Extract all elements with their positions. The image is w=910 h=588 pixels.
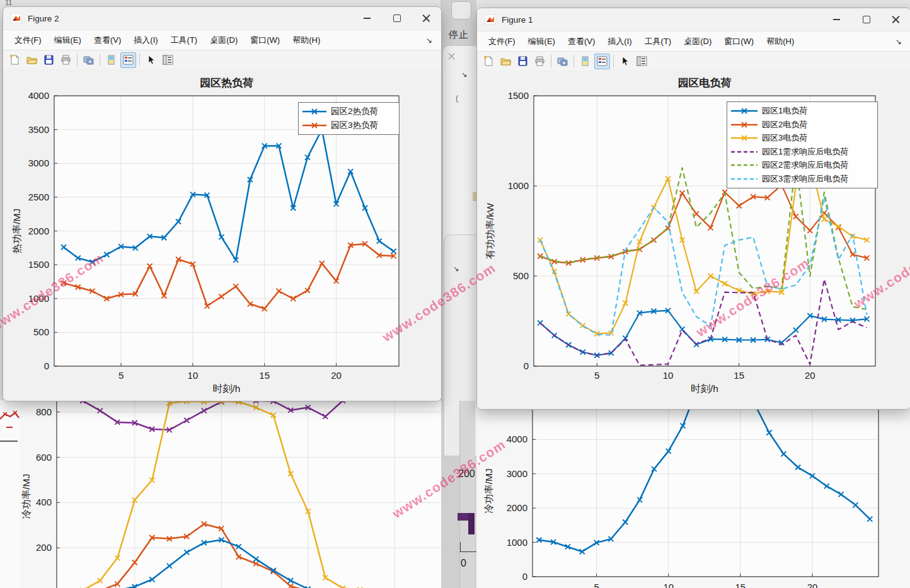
close-button[interactable]: [881, 8, 910, 31]
desktop: { "figure2": { "title": "Figure 2", "men…: [0, 0, 910, 588]
legend-label: 园区3电负荷: [762, 132, 807, 144]
menu-item-4[interactable]: 插入(I): [601, 33, 638, 50]
svg-text:5: 5: [594, 370, 599, 381]
link-plot-icon[interactable]: [555, 54, 570, 69]
legend-item: 园区2热负荷: [302, 106, 395, 117]
svg-text:4000: 4000: [28, 90, 49, 101]
menu-item-1[interactable]: 文件(F): [482, 33, 522, 50]
insert-legend-icon[interactable]: [594, 54, 610, 69]
maximize-button[interactable]: [851, 8, 881, 31]
svg-text:20: 20: [331, 370, 342, 381]
stop-button[interactable]: 停止: [449, 29, 469, 41]
heat-legend[interactable]: 园区2热负荷园区3热负荷: [298, 102, 400, 135]
menu-item-8[interactable]: 帮助(H): [760, 33, 800, 50]
figure2-titlebar[interactable]: Figure 2: [3, 7, 441, 30]
dock-arrow-icon[interactable]: ↘: [453, 265, 459, 273]
menu-item-7[interactable]: 窗口(W): [718, 33, 760, 50]
colorbar-icon[interactable]: [103, 52, 119, 68]
svg-text:1000: 1000: [508, 180, 529, 191]
toolbar-separator: [77, 54, 78, 66]
insert-legend-icon[interactable]: [120, 52, 136, 68]
new-file-icon[interactable]: [481, 54, 497, 69]
save-icon[interactable]: [41, 52, 57, 68]
link-plot-icon[interactable]: [81, 52, 96, 68]
window-title: Figure 2: [28, 14, 59, 23]
svg-text:500: 500: [513, 270, 529, 281]
property-editor-icon[interactable]: [160, 52, 176, 68]
legend-item: 园区3需求响应后电负荷: [731, 173, 873, 185]
svg-text:1500: 1500: [28, 259, 49, 270]
background-text-fragment: (: [456, 93, 458, 103]
minimize-button[interactable]: [822, 8, 851, 31]
svg-text:时刻/h: 时刻/h: [213, 383, 241, 394]
pointer-icon[interactable]: [617, 54, 633, 69]
dock-arrow-icon[interactable]: ↘: [426, 36, 436, 45]
svg-text:500: 500: [33, 326, 49, 337]
legend-line-sample: [302, 122, 326, 129]
print-icon[interactable]: [532, 54, 548, 69]
coolR-plot: 0100020003000400050005101520冷功率/MJ: [476, 400, 910, 588]
svg-text:3500: 3500: [28, 124, 49, 135]
colorbar-icon[interactable]: [577, 54, 593, 69]
menu-item-5[interactable]: 工具(T): [638, 33, 678, 50]
bar-segment: [468, 513, 475, 534]
toolbar-separator: [551, 55, 551, 67]
menu-item-4[interactable]: 插入(I): [127, 32, 164, 49]
svg-text:10: 10: [663, 582, 674, 588]
figure1-titlebar[interactable]: Figure 1: [477, 8, 910, 31]
svg-text:10: 10: [188, 370, 199, 381]
legend-label: 园区3热负荷: [331, 120, 378, 131]
figure1-chart-area: 0500100015005101520园区电负荷时刻/h有功功率/kW园区1电负…: [477, 70, 910, 409]
svg-text:3000: 3000: [507, 468, 527, 479]
background-text-fragment: 11: [5, 0, 12, 6]
menu-item-6[interactable]: 桌面(D): [677, 33, 718, 50]
menu-item-5[interactable]: 工具(T): [164, 32, 204, 49]
svg-text:200: 200: [36, 542, 52, 553]
toolbar-separator: [613, 55, 614, 67]
menu-item-3[interactable]: 查看(V): [562, 33, 601, 50]
figure2-menubar: 文件(F)编辑(E)查看(V)插入(I)工具(T)桌面(D)窗口(W)帮助(H)…: [3, 30, 441, 50]
svg-text:2500: 2500: [28, 192, 49, 202]
open-folder-icon[interactable]: [24, 52, 40, 68]
legend-line-sample: [731, 175, 757, 183]
elec-legend[interactable]: 园区1电负荷园区2电负荷园区3电负荷园区1需求响应后电负荷园区2需求响应后电负荷…: [727, 101, 878, 188]
new-file-icon[interactable]: [7, 52, 23, 68]
menu-item-3[interactable]: 查看(V): [88, 32, 127, 49]
legend-line-sample: [731, 134, 757, 142]
pointer-icon[interactable]: [143, 52, 159, 68]
save-icon[interactable]: [515, 54, 531, 69]
legend-line-sample: [302, 108, 326, 115]
legend-item: 园区3电负荷: [731, 132, 873, 144]
matlab-icon: [11, 13, 22, 23]
print-icon[interactable]: [58, 52, 74, 68]
dock-arrow-icon[interactable]: ↘: [461, 71, 467, 79]
svg-text:热功率/MJ: 热功率/MJ: [11, 209, 22, 254]
dock-arrow-icon[interactable]: ↘: [896, 37, 906, 46]
svg-text:有功功率/kW: 有功功率/kW: [485, 203, 495, 260]
axis-tick-mark: [460, 542, 461, 551]
close-icon[interactable]: [448, 53, 455, 60]
close-button[interactable]: [412, 7, 441, 30]
legend-item: 园区2电负荷: [731, 119, 873, 130]
menu-item-6[interactable]: 桌面(D): [204, 32, 244, 49]
minimize-button[interactable]: [352, 7, 382, 30]
background-button-fragment[interactable]: [451, 1, 471, 20]
svg-text:0: 0: [522, 571, 527, 582]
svg-text:1500: 1500: [508, 90, 529, 101]
open-folder-icon[interactable]: [498, 54, 514, 69]
maximize-button[interactable]: [382, 7, 412, 30]
menu-item-2[interactable]: 编辑(E): [48, 32, 88, 49]
window-title: Figure 1: [502, 15, 533, 25]
property-editor-icon[interactable]: [634, 54, 650, 69]
svg-text:5: 5: [594, 582, 599, 588]
figure2-window: Figure 2 文件(F)编辑(E)查看(V)插入(I)工具(T)桌面(D)窗…: [3, 6, 442, 401]
svg-text:2000: 2000: [28, 226, 49, 236]
menu-item-8[interactable]: 帮助(H): [286, 32, 326, 49]
legend-label: 园区2电负荷: [762, 119, 807, 130]
menu-item-1[interactable]: 文件(F): [8, 32, 48, 49]
svg-text:2000: 2000: [507, 502, 527, 513]
svg-text:15: 15: [259, 370, 270, 381]
menu-item-7[interactable]: 窗口(W): [244, 32, 286, 49]
background-figure-cool-left: 200400600800冷功率/MJ: [20, 400, 441, 588]
menu-item-2[interactable]: 编辑(E): [522, 33, 562, 50]
